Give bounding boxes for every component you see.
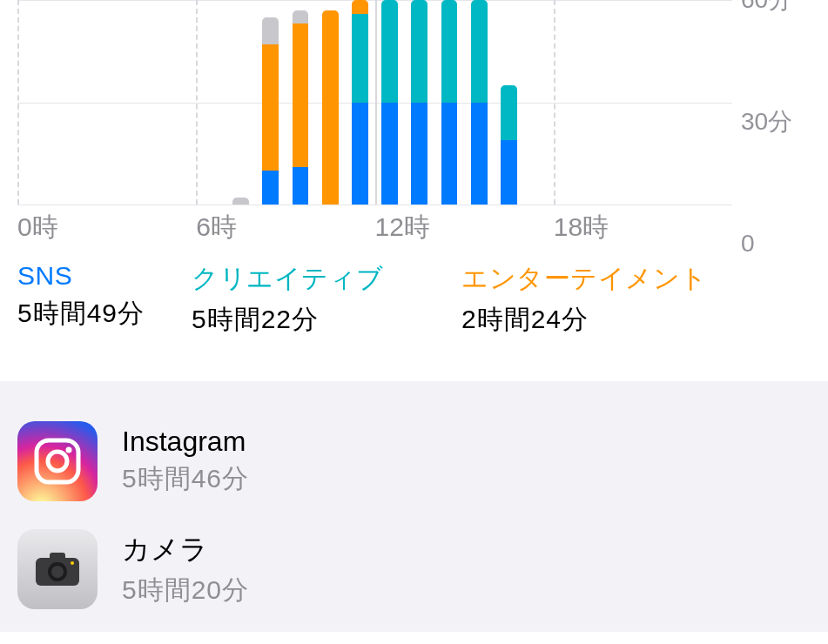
category-time: 2時間24分 xyxy=(461,302,811,338)
category-entertainment[interactable]: エンターテイメント 2時間24分 xyxy=(461,261,811,338)
hour-bar[interactable] xyxy=(381,0,398,205)
svg-point-7 xyxy=(71,561,74,565)
x-tick-0: 0時 xyxy=(17,210,58,245)
bar-segment-sns xyxy=(471,103,488,205)
bar-segment-ent xyxy=(293,23,309,167)
camera-icon xyxy=(17,529,98,609)
svg-rect-4 xyxy=(50,553,65,560)
bar-segment-sns xyxy=(501,140,517,205)
svg-point-1 xyxy=(48,452,67,471)
hour-bar[interactable] xyxy=(411,0,427,205)
app-row-instagram[interactable]: Instagram 5時間46分 xyxy=(17,407,811,515)
hourly-usage-chart: 60分 30分 0 0時 6時 12時 18時 xyxy=(17,0,811,244)
bar-segment-other xyxy=(262,17,279,44)
bar-segment-ent xyxy=(352,0,368,14)
bar-segment-sns xyxy=(441,103,458,205)
bar-segment-creative xyxy=(381,0,398,103)
screen-time-panel: 60分 30分 0 0時 6時 12時 18時 SNS 5時間49分 クリエイテ… xyxy=(0,0,828,381)
svg-rect-0 xyxy=(37,440,78,482)
bar-segment-sns xyxy=(262,171,279,205)
instagram-icon xyxy=(17,421,98,501)
hour-bar[interactable] xyxy=(441,0,458,205)
category-time: 5時間49分 xyxy=(17,296,192,332)
category-label: クリエイティブ xyxy=(192,261,461,297)
category-time: 5時間22分 xyxy=(192,302,461,338)
bar-segment-other xyxy=(232,198,249,205)
x-tick-18: 18時 xyxy=(554,210,609,245)
hour-bar[interactable] xyxy=(501,85,517,205)
x-tick-12: 12時 xyxy=(375,210,430,245)
y-tick-0: 0 xyxy=(741,230,811,258)
app-name: カメラ xyxy=(122,531,249,569)
bar-segment-creative xyxy=(471,0,488,103)
app-usage-list: Instagram 5時間46分 カメラ 5時間20分 xyxy=(0,381,828,632)
bar-segment-creative xyxy=(411,0,427,103)
y-tick-60: 60分 xyxy=(741,0,811,17)
category-label: SNS xyxy=(17,261,192,291)
bar-segment-sns xyxy=(381,103,398,205)
hour-bar[interactable] xyxy=(322,10,339,205)
bar-segment-creative xyxy=(441,0,458,103)
chart-plot-area xyxy=(17,0,732,205)
app-row-camera[interactable]: カメラ 5時間20分 xyxy=(17,515,811,623)
app-name: Instagram xyxy=(122,426,249,458)
svg-point-2 xyxy=(66,447,72,453)
category-label: エンターテイメント xyxy=(461,261,811,297)
bar-segment-ent xyxy=(322,10,339,205)
hour-bar[interactable] xyxy=(232,198,249,205)
hour-bar[interactable] xyxy=(471,0,488,205)
app-time: 5時間46分 xyxy=(122,461,249,497)
bar-segment-sns xyxy=(352,103,368,205)
bar-segment-creative xyxy=(501,85,517,140)
bar-segment-other xyxy=(293,10,309,24)
y-tick-30: 30分 xyxy=(741,105,811,138)
bar-segment-creative xyxy=(352,14,368,103)
hour-bar[interactable] xyxy=(352,0,368,205)
bar-segment-ent xyxy=(262,44,279,171)
category-creative[interactable]: クリエイティブ 5時間22分 xyxy=(192,261,461,338)
hour-bar[interactable] xyxy=(262,17,279,205)
category-sns[interactable]: SNS 5時間49分 xyxy=(17,261,192,338)
svg-point-6 xyxy=(51,566,64,578)
bar-segment-sns xyxy=(293,167,309,205)
hour-bar[interactable] xyxy=(293,10,309,205)
app-time: 5時間20分 xyxy=(122,573,249,608)
x-tick-6: 6時 xyxy=(196,210,237,245)
category-summary: SNS 5時間49分 クリエイティブ 5時間22分 エンターテイメント 2時間2… xyxy=(0,244,828,364)
bar-segment-sns xyxy=(411,103,427,205)
